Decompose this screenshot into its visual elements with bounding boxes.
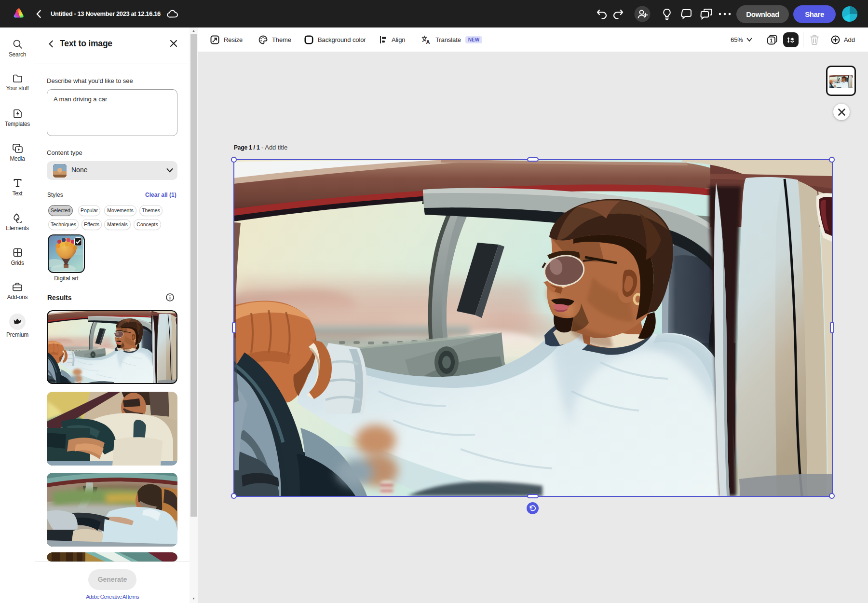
svg-text:A: A <box>426 39 430 44</box>
svg-text:1: 1 <box>770 38 773 43</box>
